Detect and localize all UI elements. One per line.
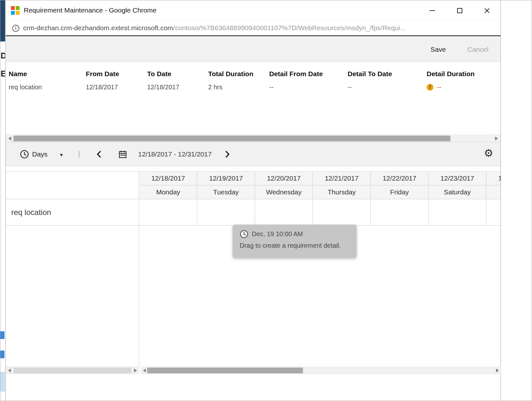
window-title: Requirement Maintenance - Google Chrome	[24, 6, 156, 14]
board-horizontal-scrollbar[interactable]	[141, 367, 501, 374]
date-header: 12/24/2017	[486, 172, 501, 185]
background-text-fragment: D	[1, 51, 5, 61]
grid-header-total-duration: Total Duration	[208, 70, 269, 78]
cell-to-date: 12/18/2017	[147, 84, 208, 91]
background-window-fragment	[0, 0, 5, 41]
grid-header-detail-to-date: Detail To Date	[348, 70, 427, 78]
grid-header-row: Name From Date To Date Total Duration De…	[9, 70, 501, 78]
view-mode-dropdown[interactable]: Days	[32, 150, 48, 158]
ms-logo-yellow	[16, 11, 20, 15]
gear-icon[interactable]: ⚙	[484, 148, 493, 158]
scroll-right-arrow-icon[interactable]	[495, 137, 498, 140]
schedule-board: req location 12/18/2017 12/19/2017 12/20…	[6, 171, 501, 367]
maximize-icon	[457, 8, 462, 13]
maximize-button[interactable]	[446, 0, 473, 21]
clock-icon	[240, 230, 248, 238]
chevron-down-icon[interactable]: ▼	[59, 152, 64, 157]
schedule-cell[interactable]	[371, 199, 429, 226]
scroll-left-arrow-icon[interactable]	[143, 369, 146, 372]
scroll-right-arrow-icon[interactable]	[496, 369, 499, 372]
chevron-left-icon[interactable]	[95, 150, 103, 158]
scrollbar-thumb[interactable]	[13, 368, 131, 373]
schedule-cell[interactable]	[255, 199, 313, 226]
board-resource-panel: req location	[6, 172, 139, 367]
tooltip-time-line: Dec, 19 10:00 AM	[240, 230, 350, 238]
scrollbar-thumb[interactable]	[13, 136, 450, 141]
url-text: crm-dezhan.crm-dezhandom.extest.microsof…	[23, 24, 498, 32]
day-header: Tuesday	[197, 185, 255, 199]
window-titlebar: Requirement Maintenance - Google Chrome	[6, 0, 501, 21]
schedule-cell[interactable]	[486, 199, 501, 226]
minimize-icon	[430, 10, 435, 11]
save-button[interactable]: Save	[430, 46, 446, 53]
scroll-right-arrow-icon[interactable]	[134, 369, 137, 372]
resource-schedule-row	[139, 199, 501, 226]
scroll-left-arrow-icon[interactable]	[8, 137, 11, 140]
day-header: Monday	[139, 185, 197, 199]
cancel-button[interactable]: Cancel	[467, 46, 488, 53]
cell-detail-duration: ! --	[427, 84, 497, 91]
resource-row-label[interactable]: req location	[6, 199, 139, 226]
board-date-grid: 12/18/2017 12/19/2017 12/20/2017 12/21/2…	[139, 172, 501, 367]
schedule-cell[interactable]	[429, 199, 486, 226]
resource-panel-scrollbar[interactable]	[6, 367, 139, 374]
date-header-row: 12/18/2017 12/19/2017 12/20/2017 12/21/2…	[139, 172, 501, 185]
date-header: 12/22/2017	[371, 172, 429, 185]
microsoft-logo-icon	[11, 6, 20, 15]
tooltip-hint: Drag to create a requirement detail.	[240, 242, 350, 249]
ms-logo-red	[11, 6, 15, 10]
info-icon[interactable]: i	[12, 25, 19, 32]
address-bar[interactable]: i crm-dezhan.crm-dezhandom.extest.micros…	[6, 21, 501, 36]
grid-header-name: Name	[9, 70, 86, 78]
schedule-cell[interactable]	[139, 199, 197, 226]
scrollbar-thumb[interactable]	[147, 368, 303, 373]
background-text-fragment: E	[1, 69, 5, 79]
cell-detail-to-date: --	[348, 84, 427, 91]
resource-panel-header	[6, 172, 139, 199]
background-window-fragment	[0, 331, 4, 339]
board-toolbar: Days ▼ | 12/18/2017 - 12/31/2017 ⚙	[6, 142, 501, 166]
close-button[interactable]	[473, 0, 501, 21]
schedule-cell[interactable]	[313, 199, 371, 226]
background-window-fragment	[0, 351, 4, 358]
grid-horizontal-scrollbar[interactable]	[6, 135, 501, 142]
scroll-left-arrow-icon[interactable]	[8, 369, 11, 372]
grid-header-to-date: To Date	[147, 70, 208, 78]
ms-logo-green	[16, 6, 20, 10]
window-controls	[419, 0, 501, 21]
grid-header-detail-from-date: Detail From Date	[269, 70, 348, 78]
minimize-button[interactable]	[419, 0, 446, 21]
ms-logo-blue	[11, 11, 15, 15]
grid-header-from-date: From Date	[86, 70, 147, 78]
cell-total-duration: 2 hrs	[208, 84, 269, 91]
date-header: 12/21/2017	[313, 172, 371, 185]
chevron-right-icon[interactable]	[223, 150, 231, 158]
cell-name: req location	[9, 84, 86, 91]
drag-hint-tooltip: Dec, 19 10:00 AM Drag to create a requir…	[233, 225, 357, 258]
date-header: 12/18/2017	[139, 172, 197, 185]
background-window-fragment	[0, 372, 5, 392]
day-header: Friday	[371, 185, 429, 199]
toolbar-separator: |	[78, 149, 80, 158]
schedule-cell[interactable]	[197, 199, 255, 226]
calendar-icon[interactable]	[118, 150, 127, 159]
table-row[interactable]: req location 12/18/2017 12/18/2017 2 hrs…	[9, 84, 501, 91]
clock-icon	[20, 150, 29, 159]
close-icon	[484, 8, 490, 13]
day-header: Saturday	[429, 185, 486, 199]
warning-icon: !	[427, 84, 433, 91]
grid-header-detail-duration: Detail Duration	[427, 70, 497, 78]
day-header: Thursday	[313, 185, 371, 199]
date-header: 12/19/2017	[197, 172, 255, 185]
tooltip-time: Dec, 19 10:00 AM	[252, 230, 303, 238]
cell-from-date: 12/18/2017	[86, 84, 147, 91]
url-path: /contoso/%7B636488990940001107%7D/WebRes…	[173, 24, 406, 31]
cell-detail-from-date: --	[269, 84, 348, 91]
chrome-popup-window: Requirement Maintenance - Google Chrome …	[5, 0, 501, 401]
requirement-grid: Name From Date To Date Total Duration De…	[6, 62, 501, 135]
day-header-row: Monday Tuesday Wednesday Thursday Friday…	[139, 185, 501, 199]
date-header: 12/23/2017	[429, 172, 486, 185]
date-range-label: 12/18/2017 - 12/31/2017	[138, 150, 212, 158]
day-header: Sunday	[486, 185, 501, 199]
day-header: Wednesday	[255, 185, 313, 199]
